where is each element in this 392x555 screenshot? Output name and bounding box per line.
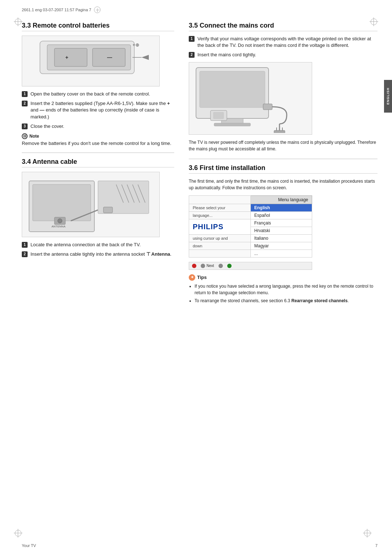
red-dot <box>192 264 196 268</box>
antenna-svg: ANTENNA <box>25 174 156 235</box>
tips-icon: ✦ <box>189 274 195 281</box>
menu-magyar: Magyar <box>250 242 312 250</box>
left-column: 3.3 Remote control batteries + — <box>22 22 174 308</box>
menu-empty-header <box>189 195 251 204</box>
svg-rect-29 <box>274 130 285 133</box>
footer-right: 7 <box>375 543 377 548</box>
tips-title: ✦ Tips <box>189 274 377 281</box>
tv-cord-image <box>189 62 312 135</box>
philips-logo-cell: PHILIPS <box>189 219 251 234</box>
section-35-title: 3.5 Connect the mains cord <box>189 22 377 31</box>
menu-header-row: Menu language <box>189 195 312 204</box>
section-33: 3.3 Remote control batteries + — <box>22 22 174 146</box>
menu-label-3: using cursor up and <box>189 234 251 242</box>
menu-row-1: Please select your English <box>189 204 312 211</box>
section-33-title: 3.3 Remote control batteries <box>22 22 174 31</box>
section-35: 3.5 Connect the mains cord 1 Verify that… <box>189 22 377 152</box>
section-36-body: The first time, and only the first time,… <box>189 178 377 191</box>
section-36-title: 3.6 First time installation <box>189 164 377 174</box>
two-columns: 3.3 Remote control batteries + — <box>22 22 377 308</box>
menu-language-table: Menu language Please select your English… <box>189 195 312 258</box>
menu-label-empty <box>189 250 251 257</box>
crosshair-topleft <box>14 17 23 26</box>
menu-espanol: Español <box>250 211 312 219</box>
divider-34 <box>22 153 174 153</box>
svg-marker-7 <box>142 55 149 60</box>
rearrange-bold: Rearrange stored channels <box>291 298 348 303</box>
svg-point-13 <box>58 219 62 223</box>
side-tab-label: ENGLISH <box>386 88 390 105</box>
menu-francais: Français <box>250 219 312 227</box>
tip-1: If you notice you have selected a wrong … <box>195 283 377 296</box>
menu-english: English <box>250 204 312 211</box>
step-33-2: 2 Insert the 2 batteries supplied (Type … <box>22 100 174 120</box>
svg-rect-2 <box>54 48 87 66</box>
mid-btn <box>219 264 223 268</box>
right-column: 3.5 Connect the mains cord 1 Verify that… <box>189 22 377 308</box>
menu-label-4: down <box>189 242 251 250</box>
menu-row-3: PHILIPS Français <box>189 219 312 227</box>
mid-dot <box>219 264 223 268</box>
section-34-steps: 1 Locate the antenna connection at the b… <box>22 242 174 258</box>
footer-left: Your TV <box>22 543 36 548</box>
side-language-tab: ENGLISH <box>384 80 392 113</box>
svg-rect-24 <box>200 71 265 108</box>
svg-rect-33 <box>213 112 224 119</box>
philips-logo: PHILIPS <box>193 223 247 231</box>
battery-image: + — +⊕ <box>22 36 160 86</box>
step-35-1: 1 Verify that your mains voltage corresp… <box>189 36 377 49</box>
page-footer: Your TV 7 <box>22 543 377 548</box>
menu-label-1: Please select your <box>189 204 251 211</box>
svg-text:+: + <box>65 54 68 60</box>
step-33-3: 3 Close the cover. <box>22 123 174 130</box>
svg-rect-27 <box>263 104 272 110</box>
section-36: 3.6 First time installation The first ti… <box>189 164 377 304</box>
svg-rect-26 <box>214 123 250 126</box>
red-btn <box>192 264 196 268</box>
tips-box: ✦ Tips If you notice you have selected a… <box>189 274 377 304</box>
section-35-body: The TV is never powered off completely u… <box>189 139 377 152</box>
main-content: 3.3 Remote control batteries + — <box>22 22 377 533</box>
next-btn: Next <box>201 264 214 268</box>
next-label: Next <box>207 264 214 268</box>
next-icon-dot <box>201 264 205 268</box>
right-btn <box>227 264 232 268</box>
note-title: ⊟ Note <box>22 133 174 139</box>
section-34: 3.4 Antenna cable ANTENNA <box>22 158 174 258</box>
section-35-steps: 1 Verify that your mains voltage corresp… <box>189 36 377 58</box>
menu-dots: ... <box>250 250 312 257</box>
right-dot <box>227 264 232 268</box>
tips-list: If you notice you have selected a wrong … <box>195 283 377 304</box>
battery-svg: + — +⊕ <box>25 37 156 85</box>
section-34-title: 3.4 Antenna cable <box>22 158 174 167</box>
svg-text:—: — <box>107 54 112 60</box>
step-34-1: 1 Locate the antenna connection at the b… <box>22 242 174 248</box>
note-text: Remove the batteries if you don't use th… <box>22 141 174 146</box>
menu-hrvatski: Hrvatski <box>250 227 312 234</box>
svg-text:ANTENNA: ANTENNA <box>52 225 66 228</box>
note-icon: ⊟ <box>22 133 28 139</box>
menu-row-6: down Magyar <box>189 242 312 250</box>
note-box: ⊟ Note Remove the batteries if you don't… <box>22 133 174 146</box>
step-34-2: 2 Insert the antenna cable tightly into … <box>22 251 174 258</box>
crosshair-bottomleft <box>14 529 23 538</box>
header-crosshair <box>94 7 101 13</box>
menu-row-7: ... <box>189 250 312 257</box>
svg-rect-10 <box>33 185 91 221</box>
menu-italiano: Italiano <box>250 234 312 242</box>
menu-bottom-bar: Next <box>189 262 312 270</box>
svg-text:+⊕: +⊕ <box>132 42 139 48</box>
tv-cord-svg <box>192 64 309 133</box>
step-33-1: 1 Open the battery cover on the back of … <box>22 91 174 97</box>
step-35-2: 2 Insert the mains cord tightly. <box>189 52 377 58</box>
header-meta: 2661.1 eng 03-07-2007 11:57 Pagina 7 <box>22 8 91 12</box>
page-header: 2661.1 eng 03-07-2007 11:57 Pagina 7 <box>22 7 101 13</box>
menu-row-5: using cursor up and Italiano <box>189 234 312 242</box>
divider-36 <box>189 159 377 159</box>
menu-header-cell: Menu language <box>250 195 312 204</box>
menu-row-2: language... Español <box>189 211 312 219</box>
tip-2: To rearrange the stored channels, see se… <box>195 297 377 304</box>
section-33-steps: 1 Open the battery cover on the back of … <box>22 91 174 130</box>
antenna-image: ANTENNA <box>22 172 160 237</box>
svg-rect-22 <box>103 207 113 213</box>
